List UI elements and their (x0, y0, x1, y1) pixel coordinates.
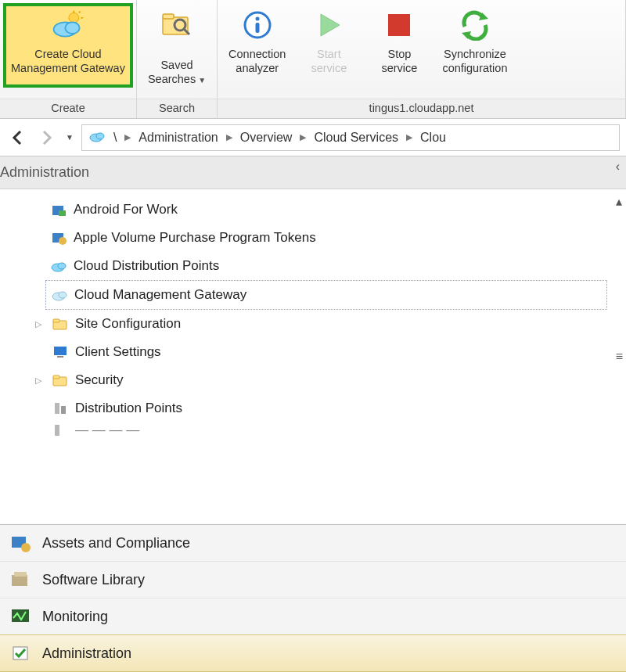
chevron-down-icon: ▼ (198, 76, 206, 84)
svg-rect-32 (53, 376, 59, 379)
tree-item-security[interactable]: ▷ Security (0, 366, 626, 394)
svg-marker-13 (321, 14, 340, 36)
svg-point-11 (255, 17, 259, 21)
cloud-icon (50, 258, 67, 274)
chevron-right-icon: ▶ (406, 132, 412, 142)
svg-rect-29 (54, 347, 67, 355)
workspace-monitoring[interactable]: Monitoring (0, 598, 626, 634)
breadcrumb-item[interactable]: Clou (420, 131, 446, 145)
expander-icon[interactable]: ▷ (31, 376, 45, 386)
saved-searches-button[interactable]: Saved Searches▼ (140, 3, 214, 88)
server-icon (52, 401, 69, 416)
svg-point-18 (96, 133, 104, 139)
workspace-label: Monitoring (42, 609, 108, 625)
ribbon-button-label: Synchronize configuration (442, 47, 507, 75)
nav-forward-button[interactable] (34, 126, 58, 149)
tree-item-cutoff: — — — — (0, 422, 626, 438)
breadcrumb-item[interactable]: Administration (139, 131, 218, 145)
synchronize-configuration-button[interactable]: Synchronize configuration (434, 3, 515, 88)
svg-point-26 (59, 292, 67, 298)
collapse-button[interactable]: ‹ (616, 160, 620, 174)
navigation-tree: ▴ ≡ Android For Work Apple Volume Purcha… (0, 189, 626, 524)
tree-item-cloud-management-gateway[interactable]: Cloud Management Gateway (45, 280, 607, 310)
tree-item-apple-vpp-tokens[interactable]: Apple Volume Purchase Program Tokens (0, 224, 626, 252)
breadcrumb-root[interactable]: \ (113, 131, 117, 145)
ribbon-button-label: Start service (311, 47, 347, 75)
tree-item-label: Apple Volume Purchase Program Tokens (74, 230, 316, 246)
ribbon-button-label: Create Cloud Management Gateway (11, 47, 125, 75)
svg-line-3 (79, 12, 81, 13)
workspace-administration[interactable]: Administration (0, 634, 626, 672)
assets-icon (9, 533, 33, 553)
cloud-icon (88, 130, 106, 145)
ribbon-group-title: Search (137, 99, 217, 118)
ribbon-group-create: Create Cloud Management Gateway Create (0, 0, 137, 118)
svg-rect-33 (55, 403, 59, 414)
svg-rect-12 (255, 23, 259, 33)
svg-rect-34 (61, 406, 66, 414)
workspace-assets-and-compliance[interactable]: Assets and Compliance (0, 525, 626, 561)
monitor-icon (52, 344, 69, 360)
svg-point-22 (59, 237, 67, 245)
svg-rect-30 (57, 356, 63, 358)
ribbon-button-label: Connection analyzer (228, 47, 286, 75)
svg-rect-35 (55, 425, 59, 436)
android-icon (50, 202, 67, 217)
workspace-software-library[interactable]: Software Library (0, 561, 626, 598)
tree-item-cloud-distribution-points[interactable]: Cloud Distribution Points (0, 252, 626, 280)
ribbon-group-title: tingus1.cloudapp.net (218, 99, 625, 118)
workspace-label: Administration (42, 645, 131, 662)
nav-back-button[interactable] (6, 126, 30, 149)
chevron-right-icon: ▶ (226, 132, 232, 142)
tree-item-android-for-work[interactable]: Android For Work (0, 196, 626, 224)
ribbon-group-service: Connection analyzer Start service Stop s… (218, 0, 626, 118)
scroll-up-icon[interactable]: ▴ (616, 194, 622, 209)
tree-item-site-configuration[interactable]: ▷ Site Configuration (0, 310, 626, 338)
ribbon-group-search: Saved Searches▼ Search (137, 0, 218, 118)
svg-rect-39 (14, 572, 27, 577)
expander-icon[interactable]: ▷ (31, 319, 45, 329)
svg-rect-28 (53, 319, 59, 322)
nav-history-dropdown[interactable]: ▼ (63, 133, 77, 142)
svg-rect-14 (388, 14, 410, 36)
svg-point-0 (69, 13, 79, 23)
navigation-bar: ▼ \ ▶ Administration ▶ Overview ▶ Cloud … (0, 119, 626, 156)
chevron-right-icon: ▶ (124, 132, 131, 142)
stop-service-button[interactable]: Stop service (364, 3, 434, 88)
start-service-button[interactable]: Start service (293, 3, 364, 88)
tree-item-distribution-points[interactable]: Distribution Points (0, 394, 626, 422)
svg-point-5 (65, 22, 79, 34)
workspace-switcher: Assets and Compliance Software Library M… (0, 524, 626, 672)
tree-item-label: Security (75, 372, 123, 388)
tree-item-label: Cloud Management Gateway (74, 287, 246, 303)
sync-icon (458, 8, 492, 42)
ribbon-button-label: Stop service (381, 47, 417, 75)
chevron-right-icon: ▶ (300, 132, 306, 142)
svg-rect-20 (59, 210, 66, 216)
workspace-label: Assets and Compliance (42, 535, 190, 552)
connection-analyzer-button[interactable]: Connection analyzer (221, 3, 293, 88)
play-icon (311, 8, 346, 42)
monitoring-icon (9, 606, 33, 627)
tree-item-client-settings[interactable]: Client Settings (0, 338, 626, 366)
breadcrumb-item[interactable]: Cloud Services (314, 131, 398, 145)
create-cloud-management-gateway-button[interactable]: Create Cloud Management Gateway (3, 3, 133, 88)
breadcrumb-item[interactable]: Overview (240, 131, 293, 145)
folder-icon (52, 372, 69, 388)
scroll-marker-icon[interactable]: ≡ (616, 350, 623, 364)
ribbon: Create Cloud Management Gateway Create S… (0, 0, 626, 119)
pane-title: Administration ‹ (0, 156, 626, 189)
search-folder-icon (160, 8, 194, 39)
apple-token-icon (50, 230, 67, 246)
cloud-icon (51, 287, 68, 303)
tree-item-label: Distribution Points (75, 401, 182, 416)
breadcrumb[interactable]: \ ▶ Administration ▶ Overview ▶ Cloud Se… (81, 124, 620, 151)
svg-point-24 (58, 263, 66, 269)
scroll-indicators: ▴ ≡ (616, 189, 623, 364)
tree-item-label: Cloud Distribution Points (74, 258, 219, 274)
admin-icon (9, 643, 33, 663)
library-icon (9, 570, 33, 590)
ribbon-button-label: Saved Searches▼ (148, 44, 206, 86)
tree-item-label: Android For Work (74, 202, 178, 217)
tree-item-label: Site Configuration (75, 316, 181, 332)
